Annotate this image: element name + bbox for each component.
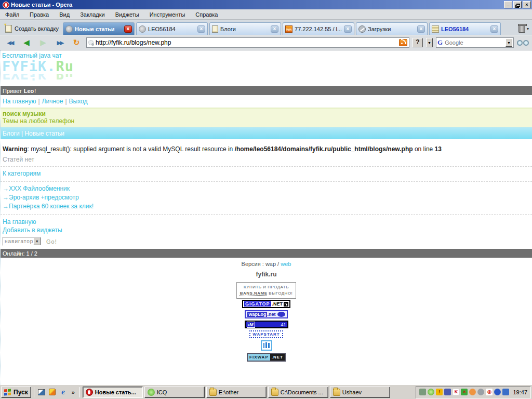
menu-edit[interactable]: Правка <box>24 10 54 19</box>
task-icq[interactable]: ICQ <box>144 387 205 398</box>
home-link[interactable]: На главную <box>3 98 36 105</box>
agent-icon[interactable] <box>469 389 476 395</box>
system-tray: ! K × ◎ 19:47 <box>416 386 531 398</box>
banner-waplog[interactable]: wapLog.net <box>245 310 287 318</box>
help-dropdown-arrow[interactable]: ▼ <box>426 38 433 47</box>
menu-help[interactable]: Справка <box>190 10 223 19</box>
menu-tools[interactable]: Инструменты <box>144 10 191 19</box>
add-widgets-link[interactable]: Добавить в виджеты <box>3 226 532 234</box>
menu-file[interactable]: Файл <box>0 10 24 19</box>
volume-icon[interactable] <box>477 389 484 395</box>
clock[interactable]: 19:47 <box>513 389 527 395</box>
folder-icon <box>271 389 278 396</box>
page-icon <box>88 40 94 45</box>
kaspersky-icon[interactable]: K <box>453 389 459 395</box>
transfers-icon <box>358 25 366 33</box>
personal-link[interactable]: Личное <box>42 98 63 105</box>
new-tab-button[interactable]: Создать вкладку <box>1 22 63 35</box>
select-dropdown-icon[interactable]: ▼ <box>33 237 41 245</box>
display-settings-icon[interactable] <box>502 389 509 395</box>
tab-close-icon[interactable]: × <box>197 25 205 33</box>
empty-message: Статей нет <box>1 154 532 167</box>
fast-forward-button[interactable]: ▶▶ <box>53 39 66 46</box>
search-box[interactable]: G ▼ <box>436 37 514 48</box>
category-link-partner[interactable]: →Партнёрка 60 копеек за клик! <box>3 202 532 211</box>
menu-view[interactable]: Вид <box>54 10 75 19</box>
address-bar[interactable] <box>86 37 409 48</box>
opera-icon <box>3 2 9 8</box>
zoom-glasses-icon[interactable] <box>517 40 529 46</box>
tab-blogs[interactable]: Блоги × <box>209 22 281 35</box>
web-version-link[interactable]: web <box>281 261 291 267</box>
window-titlebar[interactable]: Новые статьи - Opera _ × <box>0 0 532 9</box>
banner-wapstart[interactable]: WAPSTART <box>249 330 283 338</box>
menu-bar: Файл Правка Вид Закладки Виджеты Инструм… <box>0 9 532 20</box>
site-logo[interactable]: FYFiK.Ru FYFiK.Ru <box>1 59 532 86</box>
footer-home-link[interactable]: На главную <box>3 218 532 226</box>
menu-bookmarks[interactable]: Закладки <box>75 10 110 19</box>
reload-button[interactable]: ↻ <box>70 38 83 47</box>
rewind-button[interactable]: ◀◀ <box>3 39 17 46</box>
icq-tray-icon[interactable] <box>428 389 434 395</box>
search-input[interactable] <box>445 39 503 46</box>
tab-leo56184-2[interactable]: LEO56184 × <box>429 22 501 35</box>
go-button[interactable]: Go! <box>46 238 57 245</box>
categories-link[interactable]: К категориям <box>3 169 532 178</box>
closed-tabs-button[interactable]: ▾ <box>516 25 531 35</box>
back-button[interactable]: ◀ <box>20 38 33 47</box>
network-error-icon[interactable]: × <box>461 389 468 395</box>
address-input[interactable] <box>96 39 397 46</box>
rss-icon[interactable] <box>399 39 407 46</box>
opera-icon <box>86 389 93 396</box>
task-folder-ushaev[interactable]: Ushaev <box>330 387 390 398</box>
tab-downloads[interactable]: Загрузки × <box>356 22 428 35</box>
quicklaunch-overflow-chevron[interactable]: » <box>70 389 77 395</box>
navigator-select[interactable]: навигатор ▼ <box>3 237 41 246</box>
start-button[interactable]: Пуск <box>1 387 31 398</box>
editor-icon[interactable] <box>48 388 57 397</box>
task-opera[interactable]: Новые стать... <box>83 387 143 398</box>
internet-explorer-icon[interactable]: e <box>59 388 68 397</box>
java-chat-link[interactable]: Бесплатный java чат <box>1 50 532 59</box>
stats-bars-icon[interactable] <box>261 340 272 351</box>
help-button[interactable]: ? <box>413 38 423 47</box>
close-button[interactable]: × <box>523 1 531 8</box>
tab-close-icon[interactable]: × <box>344 25 352 33</box>
banner-bansname[interactable]: КУПИТЬ И ПРОДАТЬ BANS.NAME ВЫГОДНО! <box>236 282 297 299</box>
tab-new-articles[interactable]: Новые статьи × <box>63 22 135 35</box>
menu-widgets[interactable]: Виджеты <box>110 10 144 19</box>
logout-link[interactable]: Выход <box>69 98 88 105</box>
footer-links: На главную Добавить в виджеты <box>1 215 532 235</box>
target-icon[interactable]: ◎ <box>486 389 493 395</box>
category-link-files[interactable]: →XXX Файлообменник <box>3 184 532 193</box>
separator <box>34 387 34 397</box>
minimize-button[interactable]: _ <box>504 1 512 8</box>
task-folder-e-other[interactable]: E:\other <box>206 387 267 398</box>
show-desktop-icon[interactable] <box>37 388 46 397</box>
category-link-archive[interactable]: →Эро-архив +предосмотр <box>3 193 532 202</box>
breadcrumb: Блоги | Новые статьи <box>1 127 532 139</box>
security-alert-icon[interactable]: ! <box>436 389 443 395</box>
window-title: Новые статьи - Opera <box>11 2 72 8</box>
tab-close-icon[interactable]: × <box>271 25 278 33</box>
task-folder-documents[interactable]: C:\Documents ... <box>268 387 328 398</box>
themes-link[interactable]: Темы на любой телефон <box>3 117 74 125</box>
tab-close-icon[interactable]: × <box>490 25 498 33</box>
card-reader-icon[interactable] <box>419 389 426 395</box>
restore-button[interactable] <box>513 1 522 8</box>
banner-gigatop[interactable]: GIGATOP.NET <box>242 300 290 308</box>
forward-button[interactable]: ▶ <box>36 38 50 47</box>
logo-reflection: FYFiK.Ru <box>2 74 532 81</box>
banner-im-counter[interactable]: iM41 <box>245 321 288 328</box>
tab-close-icon[interactable]: × <box>124 25 132 33</box>
music-search-title: поиск музыки <box>3 110 532 117</box>
window-controls: _ × <box>504 1 531 8</box>
search-dropdown-arrow[interactable]: ▼ <box>506 38 512 47</box>
network-places-icon[interactable] <box>444 389 451 395</box>
banner-fixwap[interactable]: FIXWAP.NET <box>247 353 286 362</box>
tab-close-icon[interactable]: × <box>417 25 425 33</box>
tab-phpmyadmin[interactable]: PMA 77.222.142.55 / l... × <box>283 22 354 35</box>
downloader-icon[interactable] <box>494 389 501 395</box>
separator <box>79 387 80 397</box>
tab-leo56184-1[interactable]: LEO56184 × <box>136 22 208 35</box>
